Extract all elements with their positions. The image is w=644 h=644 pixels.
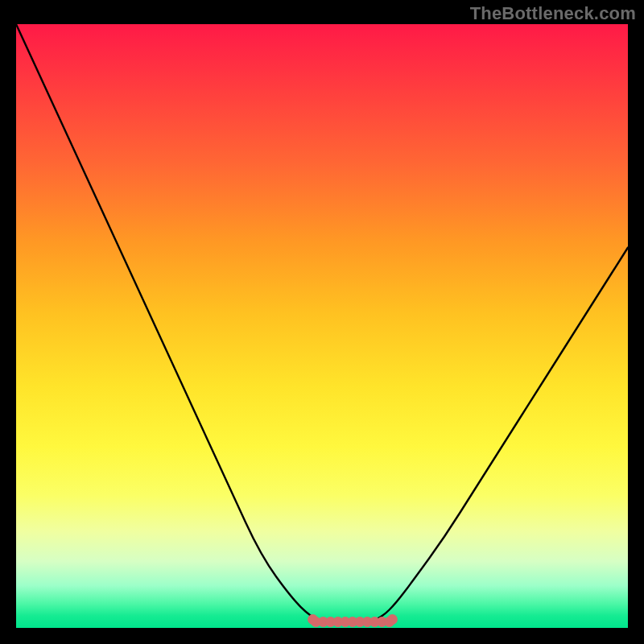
chart-frame: TheBottleneck.com	[0, 0, 644, 644]
plot-area	[16, 24, 628, 628]
highlight-dot	[308, 614, 318, 625]
attribution-label: TheBottleneck.com	[470, 3, 636, 24]
bottleneck-curve	[16, 24, 628, 622]
minimum-highlight	[308, 614, 398, 627]
curve-svg	[16, 24, 628, 628]
highlight-dot	[387, 614, 398, 625]
